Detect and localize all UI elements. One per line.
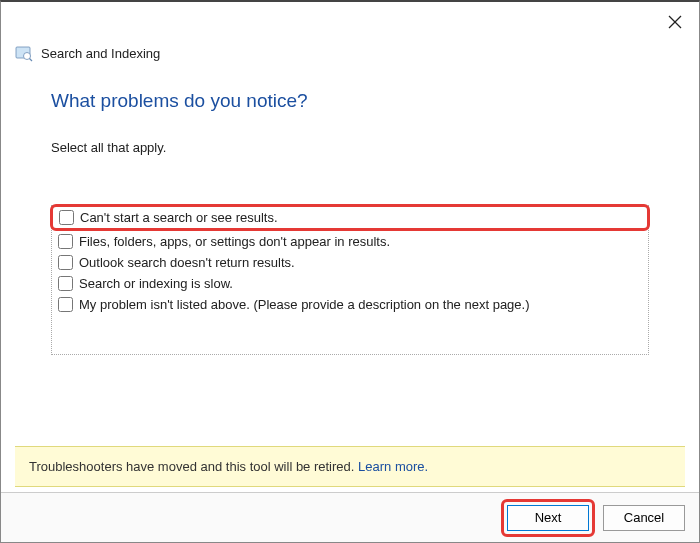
titlebar xyxy=(1,2,699,42)
next-button[interactable]: Next xyxy=(507,505,589,531)
option-checkbox[interactable] xyxy=(58,276,73,291)
header-title: Search and Indexing xyxy=(41,46,160,61)
deprecation-notice: Troubleshooters have moved and this tool… xyxy=(15,446,685,487)
option-label: Can't start a search or see results. xyxy=(80,210,278,225)
option-checkbox[interactable] xyxy=(58,255,73,270)
troubleshooter-window: Search and Indexing What problems do you… xyxy=(0,0,700,543)
option-checkbox[interactable] xyxy=(59,210,74,225)
option-checkbox[interactable] xyxy=(58,234,73,249)
option-files-not-appear[interactable]: Files, folders, apps, or settings don't … xyxy=(52,231,648,252)
learn-more-link[interactable]: Learn more. xyxy=(358,459,428,474)
option-indexing-slow[interactable]: Search or indexing is slow. xyxy=(52,273,648,294)
instruction-text: Select all that apply. xyxy=(51,140,649,155)
option-label: My problem isn't listed above. (Please p… xyxy=(79,297,530,312)
option-label: Search or indexing is slow. xyxy=(79,276,233,291)
header-row: Search and Indexing xyxy=(1,42,699,62)
svg-line-4 xyxy=(30,59,33,62)
problem-options-list: Can't start a search or see results. Fil… xyxy=(51,205,649,355)
close-icon xyxy=(668,15,682,29)
search-indexing-icon xyxy=(15,44,33,62)
button-bar: Next Cancel xyxy=(1,492,699,542)
content-area: What problems do you notice? Select all … xyxy=(1,62,699,355)
option-outlook-search[interactable]: Outlook search doesn't return results. xyxy=(52,252,648,273)
option-cant-start-search[interactable]: Can't start a search or see results. xyxy=(50,204,650,231)
cancel-button[interactable]: Cancel xyxy=(603,505,685,531)
svg-point-3 xyxy=(24,53,31,60)
option-label: Outlook search doesn't return results. xyxy=(79,255,295,270)
option-checkbox[interactable] xyxy=(58,297,73,312)
option-not-listed[interactable]: My problem isn't listed above. (Please p… xyxy=(52,294,648,315)
notice-text: Troubleshooters have moved and this tool… xyxy=(29,459,358,474)
close-button[interactable] xyxy=(661,8,689,36)
page-heading: What problems do you notice? xyxy=(51,90,649,112)
next-button-highlight: Next xyxy=(501,499,595,537)
option-label: Files, folders, apps, or settings don't … xyxy=(79,234,390,249)
